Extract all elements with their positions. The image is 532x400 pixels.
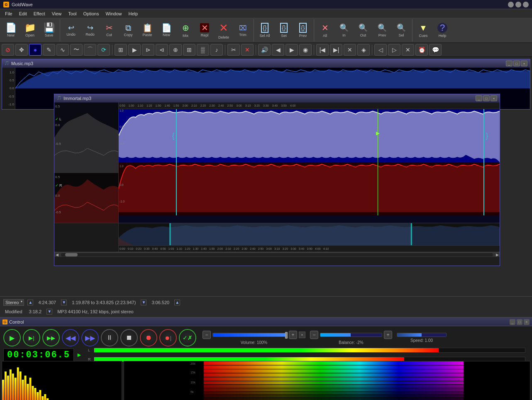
tool-curve-button[interactable]: ⌒ [84, 44, 96, 56]
tool-select-button[interactable]: ● [29, 44, 41, 56]
channel-dropdown[interactable]: Stereo [3, 299, 24, 306]
menu-edit[interactable]: Edit [16, 10, 30, 17]
zoom-prev-button[interactable]: 🔍 Prev [373, 20, 391, 41]
balance-plus-button[interactable]: + [384, 331, 392, 339]
tool-clock-button[interactable]: ⏰ [415, 44, 428, 56]
balance-slider[interactable] [320, 333, 382, 337]
music-win-close[interactable]: × [521, 61, 527, 66]
confirm-button[interactable]: ✓✗ [179, 329, 196, 346]
control-minimize[interactable]: _ [510, 319, 515, 325]
tool-loop-button[interactable]: ⟳ [98, 44, 110, 56]
balance-minus-button[interactable]: − [310, 331, 318, 339]
volume-handle[interactable] [285, 332, 288, 339]
record-button[interactable]: ⏺ [140, 329, 157, 346]
tool-volume-button[interactable]: 🔊 [258, 44, 271, 56]
menu-effect[interactable]: Effect [30, 10, 49, 17]
immortal-maximize[interactable]: □ [483, 95, 490, 101]
tool-zoom-full-button[interactable]: ⊞ [115, 44, 127, 56]
tool-delete2-button[interactable]: ✕ [241, 44, 254, 56]
tool-smooth-button[interactable]: 〜 [70, 44, 83, 56]
menu-help[interactable]: Help [125, 10, 142, 17]
channel-expand[interactable]: ▲ [27, 300, 33, 305]
open-button[interactable]: 📁 Open [21, 20, 39, 41]
tool-cut2-button[interactable]: ✂ [227, 44, 240, 56]
tool-stop-button[interactable]: ⊘ [2, 44, 14, 56]
immortal-minimize[interactable]: _ [476, 95, 482, 101]
speed-slider[interactable] [397, 333, 447, 337]
undo-button[interactable]: ↩ Undo [62, 20, 80, 41]
mix-button[interactable]: ⊕ Mix [176, 20, 195, 41]
tool-center-button[interactable]: ⊕ [169, 44, 182, 56]
tool-grid-button[interactable]: ⊞ [183, 44, 195, 56]
volume-slider[interactable] [212, 333, 287, 337]
scroll-right-button[interactable]: ▶ [495, 252, 500, 257]
tool-goto-button[interactable]: ◈ [357, 44, 370, 56]
zoom-sel-button[interactable]: 🔍 Sel [392, 20, 410, 41]
control-close[interactable]: × [524, 319, 530, 325]
tool-mono-button[interactable]: ◉ [299, 44, 312, 56]
music-win-maximize[interactable]: □ [513, 61, 520, 66]
tool-cue1-button[interactable]: ◁ [374, 44, 387, 56]
tool-pencil-button[interactable]: ✎ [43, 44, 55, 56]
titlebar-close-button[interactable] [523, 2, 529, 7]
tool-cross-button[interactable]: ✕ [344, 44, 356, 56]
select-all-button[interactable]: ✕ All [316, 20, 334, 41]
tool-move-button[interactable]: ✥ [15, 44, 28, 56]
menu-tool[interactable]: Tool [65, 10, 80, 17]
scroll-left-button[interactable]: ◀ [54, 252, 59, 257]
menu-window[interactable]: Window [102, 10, 125, 17]
help-button[interactable]: ? Help [433, 20, 451, 41]
trim-button[interactable]: ⌧ Trim [234, 20, 252, 41]
new2-button[interactable]: 📄 New [157, 20, 176, 41]
scroll-thumb[interactable] [65, 253, 78, 256]
volume-minus-button[interactable]: − [203, 331, 211, 339]
tool-end-button[interactable]: ⊲ [156, 44, 168, 56]
play-button[interactable]: ▶ [3, 329, 21, 346]
zoom-out-button[interactable]: 🔍 Out [354, 20, 372, 41]
tool-start-button[interactable]: ⊳ [142, 44, 154, 56]
tool-spectrum-button[interactable]: ▒ [197, 44, 209, 56]
scroll-track[interactable] [61, 253, 493, 256]
tool-note-button[interactable]: ♪ [210, 44, 223, 56]
paste-button[interactable]: 📋 Paste [138, 20, 156, 41]
volume-x-button[interactable]: × [299, 332, 305, 338]
menu-file[interactable]: File [2, 10, 16, 17]
tool-mark1-button[interactable]: |◀ [316, 44, 329, 56]
redo-button[interactable]: ↪ Redo [81, 20, 99, 41]
menu-view[interactable]: View [49, 10, 65, 17]
rate-expand[interactable]: ▼ [46, 309, 52, 315]
tool-bubble-button[interactable]: 💬 [429, 44, 442, 56]
tool-rch-button[interactable]: ▶ [286, 44, 298, 56]
play-sel-button[interactable]: ▶| [23, 329, 40, 346]
immortal-close[interactable]: × [491, 95, 497, 101]
rewind-button[interactable]: ◀◀ [62, 329, 79, 346]
stop-button[interactable]: ⏹ [120, 329, 138, 346]
tool-lch-button[interactable]: ◀ [272, 44, 284, 56]
volume-plus-button[interactable]: + [289, 331, 297, 339]
record-sel-button[interactable]: ⏺| [159, 329, 177, 346]
tool-mark2-button[interactable]: ▶| [330, 44, 342, 56]
set-button[interactable]: {} Set [275, 20, 293, 41]
tool-cue3-button[interactable]: ✕ [402, 44, 414, 56]
prev-button[interactable]: {} Prev [294, 20, 312, 41]
new-button[interactable]: 📄 New [2, 20, 20, 41]
music-win-minimize[interactable]: _ [506, 61, 512, 66]
titlebar-min-button[interactable] [508, 2, 514, 7]
copy-button[interactable]: ⧉ Copy [119, 20, 137, 41]
save-button[interactable]: 💾 Save [40, 20, 58, 41]
sel-expand[interactable]: ▼ [141, 300, 146, 305]
sel-all-button[interactable]: {} Sel All [256, 20, 274, 41]
cut-button[interactable]: ✂ Cut [100, 20, 118, 41]
cues-button[interactable]: ▼ Cues [414, 20, 432, 41]
zoom-in-button[interactable]: 🔍 In [335, 20, 353, 41]
tool-cue2-button[interactable]: ▷ [388, 44, 400, 56]
delete-button[interactable]: ✕ Delete [215, 20, 233, 41]
forward-button[interactable]: ▶▶ [81, 329, 99, 346]
replace-button[interactable]: ✕ Repl [195, 20, 214, 41]
pos-expand[interactable]: ▲ [174, 300, 180, 305]
titlebar-max-button[interactable] [515, 2, 521, 7]
tool-noise-button[interactable]: ∿ [56, 44, 69, 56]
play-to-button[interactable]: ▶▶ [42, 329, 60, 346]
menu-options[interactable]: Options [80, 10, 102, 17]
control-maximize[interactable]: □ [517, 319, 522, 325]
